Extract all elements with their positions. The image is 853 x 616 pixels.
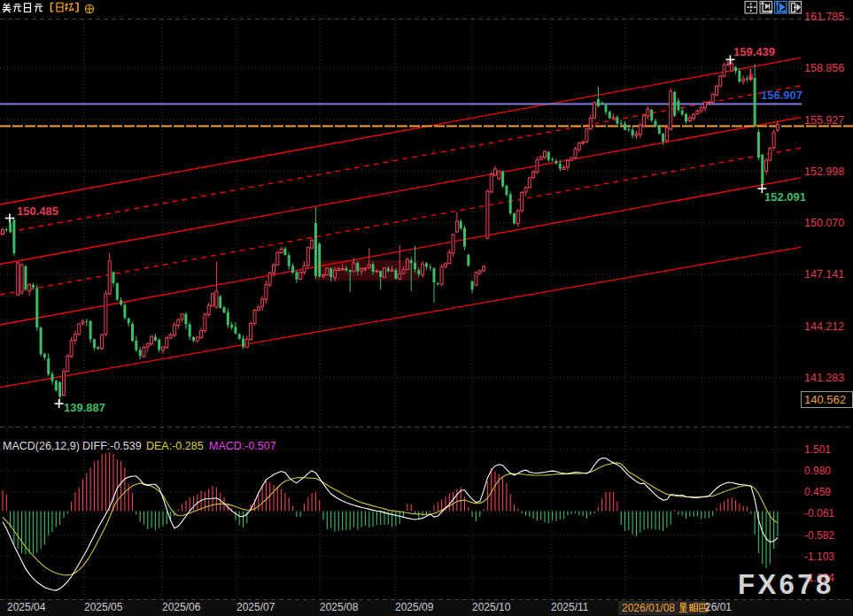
svg-text:MACD:-0.507: MACD:-0.507 — [209, 440, 276, 452]
svg-text:2026/01/08: 2026/01/08 — [622, 602, 675, 614]
svg-text:2025/10: 2025/10 — [472, 601, 511, 613]
svg-text:152.091: 152.091 — [764, 190, 806, 204]
svg-text:1.501: 1.501 — [804, 443, 831, 456]
svg-text:139.887: 139.887 — [64, 401, 105, 414]
svg-text:0.459: 0.459 — [804, 486, 831, 498]
svg-text:-1.103: -1.103 — [804, 551, 834, 563]
svg-text:2025/07: 2025/07 — [237, 601, 275, 613]
svg-text:156.907: 156.907 — [761, 89, 803, 102]
svg-text:161.785: 161.785 — [804, 11, 844, 23]
svg-text:0.980: 0.980 — [804, 465, 831, 477]
svg-text:152.998: 152.998 — [804, 166, 844, 178]
svg-text:150.070: 150.070 — [804, 217, 844, 229]
svg-text:DIFF:-0.539: DIFF:-0.539 — [82, 440, 142, 452]
svg-text:155.927: 155.927 — [804, 114, 844, 127]
svg-text:26/01: 26/01 — [705, 601, 732, 613]
svg-text:2025/09: 2025/09 — [395, 601, 434, 613]
svg-text:2025/04: 2025/04 — [7, 601, 46, 613]
svg-text:DEA:-0.285: DEA:-0.285 — [146, 440, 204, 452]
svg-text:2025/11: 2025/11 — [551, 601, 589, 613]
svg-text:MACD(26,12,9): MACD(26,12,9) — [3, 440, 80, 452]
svg-text:-0.582: -0.582 — [804, 529, 834, 542]
svg-text:2025/06: 2025/06 — [162, 601, 201, 613]
svg-text:159.439: 159.439 — [733, 45, 775, 58]
svg-text:158.856: 158.856 — [804, 62, 844, 74]
svg-text:FX678: FX678 — [738, 569, 834, 600]
svg-text:144.212: 144.212 — [804, 320, 844, 333]
svg-text:140.562: 140.562 — [804, 393, 846, 406]
svg-text:-0.061: -0.061 — [804, 507, 834, 520]
svg-text:147.141: 147.141 — [804, 268, 844, 281]
svg-text:141.283: 141.283 — [804, 372, 844, 384]
svg-text:150.485: 150.485 — [17, 204, 58, 218]
svg-text:2025/08: 2025/08 — [320, 601, 359, 613]
svg-text:2025/05: 2025/05 — [84, 601, 123, 613]
